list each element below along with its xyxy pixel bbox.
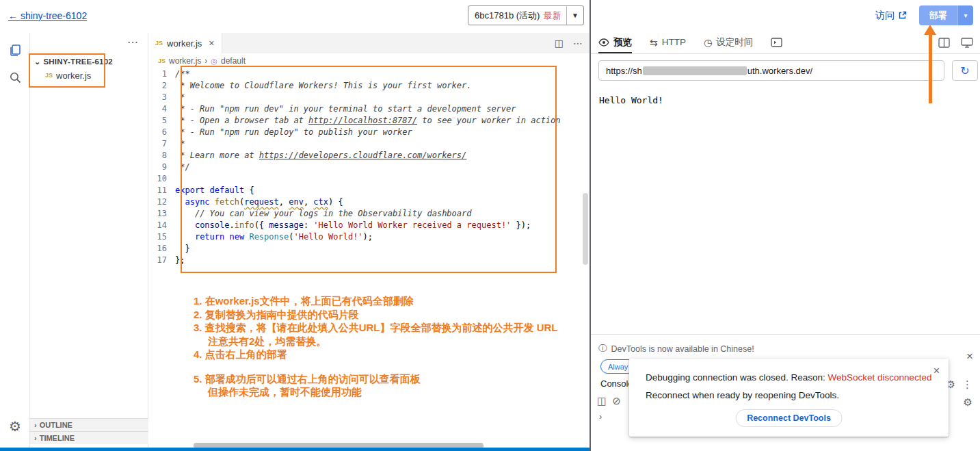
line-number: 1 xyxy=(148,68,175,80)
tab-preview[interactable]: 预览 xyxy=(598,31,632,53)
tab-http[interactable]: ⇆ HTTP xyxy=(650,31,686,53)
settings-gear-icon[interactable]: ⚙ xyxy=(0,415,30,438)
version-caret-icon[interactable]: ▼ xyxy=(566,6,583,25)
url-prefix: https://sh xyxy=(606,66,642,76)
url-suffix: uth.workers.dev/ xyxy=(747,66,812,76)
code-line: 5 * - Open a browser tab at http://local… xyxy=(148,115,590,127)
code-line: 9 */ xyxy=(148,162,590,173)
editor-header: ← shiny-tree-6102 6bc1781b (活动) 最新 ▼ xyxy=(0,0,590,33)
preview-response-text: Hello World! xyxy=(599,95,663,105)
line-number: 14 xyxy=(148,220,175,231)
url-redacted-block xyxy=(643,66,747,75)
devtools-notice-text: DevTools is now available in Chinese! xyxy=(611,344,754,354)
editor-tabbar: JS worker.js × ◫ ⋯ xyxy=(148,33,590,53)
device-preview-icon[interactable] xyxy=(961,38,973,48)
reconnect-devtools-button[interactable]: Reconnect DevTools xyxy=(735,409,843,427)
timeline-section[interactable]: › TIMELINE xyxy=(30,431,148,444)
annotation-line: 3. 查找搜索，将【请在此处填入公共URL】字段全部替换为前述的公共开发 URL xyxy=(194,321,580,335)
root-folder-label: SHINY-TREE-6102 xyxy=(43,57,112,66)
split-editor-icon[interactable]: ◫ xyxy=(555,38,564,49)
outline-section[interactable]: › OUTLINE xyxy=(30,418,148,431)
code-line: 10 xyxy=(148,173,590,185)
console-prompt-chevron-icon: › xyxy=(599,411,602,422)
line-number: 15 xyxy=(148,231,175,243)
code-line: 4 * - Run "npm run dev" in your terminal… xyxy=(148,103,590,115)
annotation-line: 4. 点击右上角的部署 xyxy=(194,348,580,361)
outline-label: OUTLINE xyxy=(40,421,72,429)
tab-schedule[interactable]: ◷ 设定时间 xyxy=(704,31,753,53)
back-link[interactable]: ← shiny-tree-6102 xyxy=(8,10,87,21)
line-number: 6 xyxy=(148,127,175,138)
back-arrow-icon: ← xyxy=(8,10,18,21)
tab-close-icon[interactable]: × xyxy=(209,38,214,49)
annotation-line: 2. 复制替换为指南中提供的代码片段 xyxy=(194,308,580,322)
external-link-icon xyxy=(898,11,907,20)
line-number: 7 xyxy=(148,138,175,150)
visit-link[interactable]: 访问 xyxy=(875,10,907,22)
line-number: 16 xyxy=(148,243,175,255)
console-sidebar-icon[interactable]: ◫ xyxy=(597,395,607,407)
line-number: 4 xyxy=(148,103,175,115)
preview-pane: 访问 部署 ▾ 预览 ⇆ HTTP ◷ 设定时间 xyxy=(591,0,980,451)
line-number: 12 xyxy=(148,196,175,208)
file-tree: ⌄ SHINY-TREE-6102 JS worker.js xyxy=(30,55,148,82)
code-line: 11export default { xyxy=(148,185,590,196)
explorer-files-icon[interactable] xyxy=(0,38,30,62)
devtools-console-tab[interactable]: Console xyxy=(600,378,633,389)
code-line: 14 console.info({ message: 'Hello World … xyxy=(148,220,590,231)
code-line: 8 * Learn more at https://developers.clo… xyxy=(148,150,590,162)
line-number: 10 xyxy=(148,173,175,185)
tab-console[interactable] xyxy=(771,31,786,53)
code-line: 1/** xyxy=(148,68,590,80)
split-view-icon[interactable] xyxy=(938,38,950,48)
dialog-message-highlight: WebSocket disconnected xyxy=(827,372,931,383)
refresh-button[interactable]: ↻ xyxy=(952,60,978,81)
tree-file-workerjs[interactable]: JS worker.js xyxy=(30,68,148,82)
code-line: 7 * xyxy=(148,138,590,150)
explorer-sidebar: ⋯ ⌄ SHINY-TREE-6102 JS worker.js › OUTLI… xyxy=(30,33,148,448)
preview-toolbar-icons xyxy=(938,31,973,54)
line-number: 17 xyxy=(148,255,175,266)
deploy-split-button: 部署 ▾ xyxy=(919,5,973,25)
version-dropdown[interactable]: 6bc1781b (活动) 最新 ▼ xyxy=(468,5,584,25)
notice-close-icon[interactable]: × xyxy=(966,350,973,363)
chevron-down-icon: ⌄ xyxy=(34,57,40,66)
eye-icon xyxy=(598,38,609,47)
devtools-notice: ⓘ DevTools is now available in Chinese! xyxy=(598,343,754,355)
search-icon[interactable] xyxy=(0,66,30,89)
chevron-right-icon: › xyxy=(34,434,37,442)
editor-vertical-scrollbar[interactable] xyxy=(583,193,588,265)
code-area[interactable]: 1/**2 * Welcome to Cloudflare Workers! T… xyxy=(148,68,590,266)
code-line: 17}; xyxy=(148,255,590,266)
breadcrumb-file[interactable]: worker.js xyxy=(169,56,201,66)
devtools-kebab-menu-icon[interactable]: ⋮ xyxy=(962,378,972,391)
editor-pane: ← shiny-tree-6102 6bc1781b (活动) 最新 ▼ ⚙ ⋯… xyxy=(0,0,590,451)
preview-url-input[interactable]: https://sh uth.workers.dev/ xyxy=(598,60,944,81)
editor-tab-actions: ◫ ⋯ xyxy=(555,33,583,53)
dialog-close-icon[interactable]: × xyxy=(933,365,940,377)
explorer-more-icon[interactable]: ⋯ xyxy=(127,36,138,49)
line-number: 2 xyxy=(148,80,175,92)
tab-workerjs[interactable]: JS worker.js × xyxy=(148,33,222,53)
code-line: 13 // You can view your logs in the Obse… xyxy=(148,208,590,220)
file-label: worker.js xyxy=(56,70,91,81)
line-number: 9 xyxy=(148,162,175,173)
tree-root-folder[interactable]: ⌄ SHINY-TREE-6102 xyxy=(30,55,148,68)
tab-schedule-label: 设定时间 xyxy=(716,36,753,49)
more-actions-icon[interactable]: ⋯ xyxy=(573,38,583,49)
clear-console-icon[interactable]: ⊘ xyxy=(612,395,621,407)
preview-url-row: https://sh uth.workers.dev/ ↻ xyxy=(591,60,980,81)
instruction-annotations: 1. 在worker.js文件中，将上面已有代码全部删除2. 复制替换为指南中提… xyxy=(194,294,580,399)
breadcrumb-symbol[interactable]: default xyxy=(221,56,246,66)
code-line: 3 * xyxy=(148,92,590,103)
line-number: 8 xyxy=(148,150,175,162)
activity-bar: ⚙ xyxy=(0,33,30,448)
js-file-icon: JS xyxy=(158,57,165,64)
breadcrumb[interactable]: JS worker.js › ◎ default xyxy=(148,53,590,68)
deploy-dropdown-caret-icon[interactable]: ▾ xyxy=(957,5,973,25)
chevron-right-icon: › xyxy=(34,421,37,429)
code-line: 12 async fetch(request, env, ctx) { xyxy=(148,196,590,208)
deploy-button[interactable]: 部署 xyxy=(919,5,957,25)
console-settings-gear-icon[interactable]: ⚙ xyxy=(964,396,972,409)
js-file-icon: JS xyxy=(155,40,163,47)
